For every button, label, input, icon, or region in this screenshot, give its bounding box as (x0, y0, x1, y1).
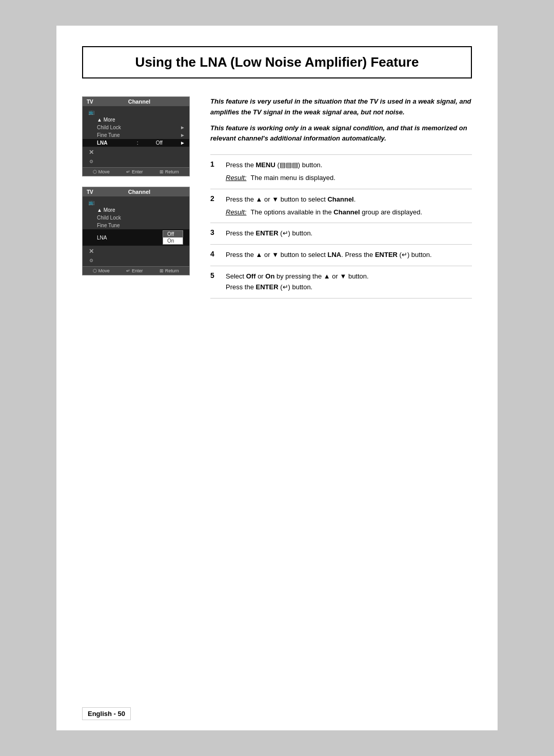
lna-sep: : (137, 140, 138, 146)
submenu-off: Off (163, 231, 183, 237)
tv-menu-box-2: TV Channel 📺 ▲ More Child Lock (82, 187, 190, 275)
childlock-arrow: ► (180, 125, 185, 130)
settings-icon-2: ⚙ (87, 258, 96, 263)
intro-para-1: This feature is very useful in the situa… (210, 96, 472, 118)
intro-em-2: This feature is working only in a weak s… (210, 124, 467, 143)
nav-return-2: ⊞ Return (160, 268, 179, 273)
tv-label-2: TV (87, 189, 93, 195)
intro-para-2: This feature is working only in a weak s… (210, 123, 472, 145)
step-content-4: Press the ▲ or ▼ button to select LNA. P… (226, 245, 472, 266)
step-row-3: 3 Press the ENTER (↵) button. (210, 223, 472, 245)
channel-bold: Channel (327, 195, 353, 203)
submenu-on: On (163, 237, 183, 244)
step-content-5: Select Off or On by pressing the ▲ or ▼ … (226, 266, 472, 298)
nav-enter-2: ↵ Enter (126, 268, 143, 273)
lna-label-2: LNA (97, 235, 107, 241)
tv-icon: 📺 (87, 109, 96, 115)
step-num-3: 3 (210, 223, 226, 245)
step-content-1: Press the MENU (▤▤▤) button. Result: The… (226, 155, 472, 189)
step-num-1: 1 (210, 155, 226, 189)
enter-bold-5: ENTER (256, 283, 279, 291)
step-row-5: 5 Select Off or On by pressing the ▲ or … (210, 266, 472, 298)
content-area: TV Channel 📺 ▲ More (82, 96, 472, 299)
channel-label-1: Channel (128, 98, 150, 105)
nav-enter-1: ↵ Enter (126, 169, 143, 174)
more-label-2: ▲ More (97, 207, 115, 213)
step-num-4: 4 (210, 245, 226, 266)
finetune-label: Fine Tune (97, 132, 177, 138)
page-title: Using the LNA (Low Noise Amplifier) Feat… (135, 54, 419, 70)
x-icon: ✕ (87, 149, 96, 156)
step-row-1: 1 Press the MENU (▤▤▤) button. Result: T… (210, 155, 472, 189)
lna-bold: LNA (327, 251, 341, 258)
menu-row-x: ✕ (83, 147, 189, 158)
step-row-4: 4 Press the ▲ or ▼ button to select LNA.… (210, 245, 472, 266)
intro-em-1: This feature is very useful in the situa… (210, 97, 471, 116)
childlock-label-2: Child Lock (97, 215, 185, 221)
more-label: ▲ More (97, 117, 115, 123)
lna-arrow-1: ► (180, 140, 185, 146)
step-4-instruction: Press the ▲ or ▼ button to select LNA. P… (226, 250, 472, 261)
tv-menu-header-2: TV Channel (83, 187, 189, 196)
page: Using the LNA (Low Noise Amplifier) Feat… (56, 26, 498, 730)
steps-table: 1 Press the MENU (▤▤▤) button. Result: T… (210, 154, 472, 298)
off-bold: Off (246, 272, 256, 280)
lna-label-1: LNA (97, 140, 135, 146)
nav-move-2: ⬡ Move (93, 268, 110, 273)
menu2-row-x: ✕ (83, 246, 189, 257)
tv-label-1: TV (87, 99, 93, 105)
step-2-instruction: Press the ▲ or ▼ button to select Channe… (226, 194, 472, 205)
menu2-row-icons: 📺 (83, 198, 189, 206)
menu-row-finetune: Fine Tune ► (83, 131, 189, 139)
enter-bold-4: ENTER (375, 251, 398, 258)
nav-return-1: ⊞ Return (160, 169, 179, 174)
step-1-instruction: Press the MENU (▤▤▤) button. (226, 160, 472, 171)
settings-icon: ⚙ (87, 159, 96, 164)
menu2-row-childlock: Child Lock (83, 214, 189, 222)
menu-row-more: ▲ More (83, 116, 189, 124)
channel-label-2: Channel (128, 189, 150, 195)
tv-menu-header-1: TV Channel (83, 97, 189, 106)
step-3-instruction: Press the ENTER (↵) button. (226, 228, 472, 239)
left-panel: TV Channel 📺 ▲ More (82, 96, 195, 299)
step-num-2: 2 (210, 189, 226, 223)
menu2-row-more: ▲ More (83, 206, 189, 214)
tv-menu-body-1: 📺 ▲ More Child Lock ► Fine Tune (83, 106, 189, 167)
footer-text: English - 50 (88, 710, 125, 718)
tv-menu-body-2: 📺 ▲ More Child Lock Fine Tune LNA (83, 196, 189, 266)
finetune-label-2: Fine Tune (97, 223, 185, 228)
nav-move-1: ⬡ Move (93, 169, 110, 174)
right-panel: This feature is very useful in the situa… (210, 96, 472, 299)
step-2-result-label: Result: (226, 207, 246, 218)
step-content-3: Press the ENTER (↵) button. (226, 223, 472, 245)
menu-row-settings: ⚙ (83, 158, 189, 165)
tv-icon-2: 📺 (87, 200, 96, 205)
step-5-instruction: Select Off or On by pressing the ▲ or ▼ … (226, 271, 472, 293)
tv-menu-nav-2: ⬡ Move ↵ Enter ⊞ Return (83, 266, 189, 275)
menu-row-childlock: Child Lock ► (83, 124, 189, 131)
title-box: Using the LNA (Low Noise Amplifier) Feat… (82, 46, 472, 78)
menu-row-icons: 📺 (83, 108, 189, 116)
step-2-result: Result: The options available in the Cha… (226, 207, 472, 218)
menu-bold: MENU (256, 161, 275, 169)
step-content-2: Press the ▲ or ▼ button to select Channe… (226, 189, 472, 223)
step-2-result-text: The options available in the Channel gro… (250, 207, 422, 218)
x-icon-2: ✕ (87, 248, 96, 255)
menu2-row-lna: LNA Off On (83, 229, 189, 246)
lna-value-1: Off (140, 140, 178, 146)
menu2-row-finetune: Fine Tune (83, 222, 189, 229)
tv-menu-nav-1: ⬡ Move ↵ Enter ⊞ Return (83, 167, 189, 176)
lna-submenu: Off On (163, 230, 183, 245)
step-1-result-label: Result: (226, 173, 246, 184)
menu2-row-settings: ⚙ (83, 257, 189, 264)
step-row-2: 2 Press the ▲ or ▼ button to select Chan… (210, 189, 472, 223)
on-bold: On (265, 272, 274, 280)
childlock-label: Child Lock (97, 125, 177, 130)
tv-menu-box-1: TV Channel 📺 ▲ More (82, 96, 190, 176)
intro-text: This feature is very useful in the situa… (210, 96, 472, 144)
step-1-result: Result: The main menu is displayed. (226, 173, 472, 184)
step-1-result-text: The main menu is displayed. (250, 173, 335, 184)
menu-row-lna: LNA : Off ► (83, 139, 189, 147)
step-num-5: 5 (210, 266, 226, 298)
enter-bold-3: ENTER (256, 229, 279, 237)
